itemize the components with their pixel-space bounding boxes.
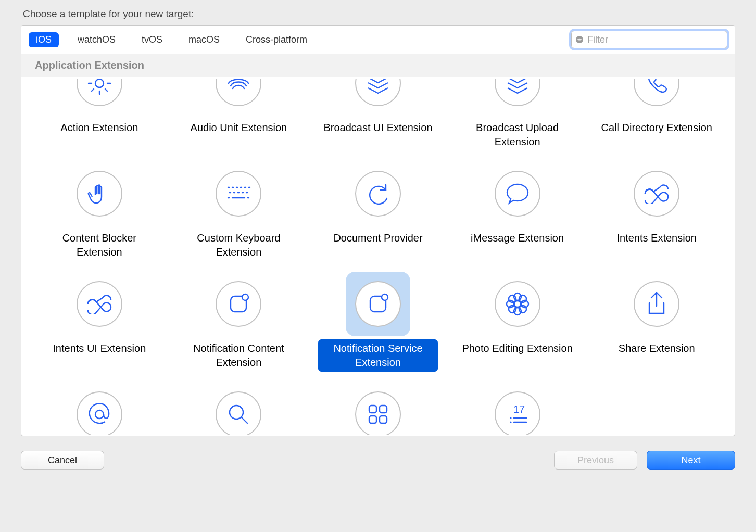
template-label: Share Extension [614, 339, 699, 358]
template-broadcast-ui-extension[interactable]: Broadcast UI Extension [310, 77, 446, 151]
template-broadcast-upload-extension[interactable]: Broadcast Upload Extension [450, 77, 585, 151]
template-label: Broadcast Upload Extension [458, 119, 577, 151]
template-notification-content-extension[interactable]: Notification Content Extension [171, 272, 307, 372]
svg-point-37 [510, 417, 511, 419]
cancel-button[interactable]: Cancel [21, 451, 104, 470]
template-item[interactable]: 17 [450, 382, 585, 435]
infinity-icon [634, 171, 679, 217]
platform-tabbar: iOS watchOS tvOS macOS Cross-platform [21, 26, 735, 54]
svg-point-29 [95, 410, 104, 419]
filter-input[interactable] [587, 34, 724, 45]
svg-point-39 [510, 421, 511, 423]
today-icon: 17 [495, 391, 540, 435]
template-imessage-extension[interactable]: iMessage Extension [450, 161, 585, 261]
keyboard-icon [216, 171, 261, 217]
svg-point-20 [514, 301, 521, 307]
svg-point-30 [230, 406, 243, 419]
template-intents-ui-extension[interactable]: Intents UI Extension [32, 272, 167, 372]
template-label: iMessage Extension [467, 229, 568, 247]
at-icon [77, 391, 122, 435]
dialog-footer: Cancel Previous Next [21, 436, 735, 470]
template-label: Action Extension [56, 119, 142, 137]
share-icon [634, 281, 679, 327]
svg-rect-35 [380, 416, 387, 423]
next-button[interactable]: Next [647, 451, 735, 470]
svg-point-1 [95, 79, 104, 87]
svg-text:17: 17 [513, 403, 525, 415]
template-audio-unit-extension[interactable]: Audio Unit Extension [171, 77, 307, 151]
template-label: Notification Service Extension [318, 339, 438, 372]
tab-tvos[interactable]: tvOS [134, 32, 170, 47]
template-label: Notification Content Extension [179, 339, 298, 372]
section-header: Application Extension [21, 54, 735, 77]
template-label: Intents Extension [612, 229, 700, 247]
template-label: Content Blocker Extension [40, 229, 159, 261]
template-item[interactable] [32, 382, 167, 435]
template-label: Document Provider [329, 229, 426, 247]
infinity-icon [77, 281, 122, 327]
gear-icon [77, 77, 122, 106]
template-panel: iOS watchOS tvOS macOS Cross-platform Ap… [21, 25, 735, 436]
template-document-provider[interactable]: Document Provider [310, 161, 446, 261]
notification-icon [216, 281, 261, 327]
template-scroll-area[interactable]: Action Extension Audio Unit Extension Br… [21, 77, 735, 435]
template-custom-keyboard-extension[interactable]: Custom Keyboard Extension [171, 161, 307, 261]
previous-button: Previous [554, 451, 637, 470]
filter-field-wrap[interactable] [571, 31, 727, 48]
svg-line-31 [242, 417, 247, 423]
svg-rect-33 [380, 406, 387, 413]
flower-icon [495, 281, 540, 327]
phone-icon [634, 77, 679, 106]
refresh-icon [355, 171, 401, 217]
template-notification-service-extension[interactable]: Notification Service Extension [310, 272, 446, 372]
search-icon [216, 391, 261, 435]
tab-crossplatform[interactable]: Cross-platform [238, 32, 314, 47]
template-call-directory-extension[interactable]: Call Directory Extension [589, 77, 724, 151]
template-item[interactable] [171, 382, 307, 435]
wave-icon [216, 77, 261, 106]
grid-icon [355, 391, 401, 435]
hand-icon [77, 171, 122, 217]
template-label: Audio Unit Extension [186, 119, 292, 137]
svg-rect-32 [369, 406, 376, 413]
template-photo-editing-extension[interactable]: Photo Editing Extension [450, 272, 585, 372]
layers-icon [495, 77, 540, 106]
template-label: Photo Editing Extension [458, 339, 576, 358]
svg-point-17 [242, 294, 248, 300]
speech-bubble-icon [495, 171, 540, 217]
template-label: Intents UI Extension [48, 339, 150, 358]
svg-point-19 [382, 294, 388, 300]
template-share-extension[interactable]: Share Extension [589, 272, 724, 372]
template-grid: Action Extension Audio Unit Extension Br… [21, 77, 735, 435]
template-action-extension[interactable]: Action Extension [32, 77, 167, 151]
layers-icon [355, 77, 401, 106]
tab-macos[interactable]: macOS [181, 32, 227, 47]
template-label: Call Directory Extension [597, 119, 716, 137]
svg-rect-34 [369, 416, 376, 423]
template-label: Broadcast UI Extension [319, 119, 436, 137]
template-content-blocker-extension[interactable]: Content Blocker Extension [32, 161, 167, 261]
tab-ios[interactable]: iOS [29, 32, 59, 47]
dialog-title: Choose a template for your new target: [21, 8, 735, 20]
template-label: Custom Keyboard Extension [179, 229, 298, 261]
tab-watchos[interactable]: watchOS [70, 32, 123, 47]
filter-icon [575, 35, 584, 44]
template-intents-extension[interactable]: Intents Extension [589, 161, 724, 261]
notification-icon [355, 281, 401, 327]
template-item[interactable] [310, 382, 446, 435]
